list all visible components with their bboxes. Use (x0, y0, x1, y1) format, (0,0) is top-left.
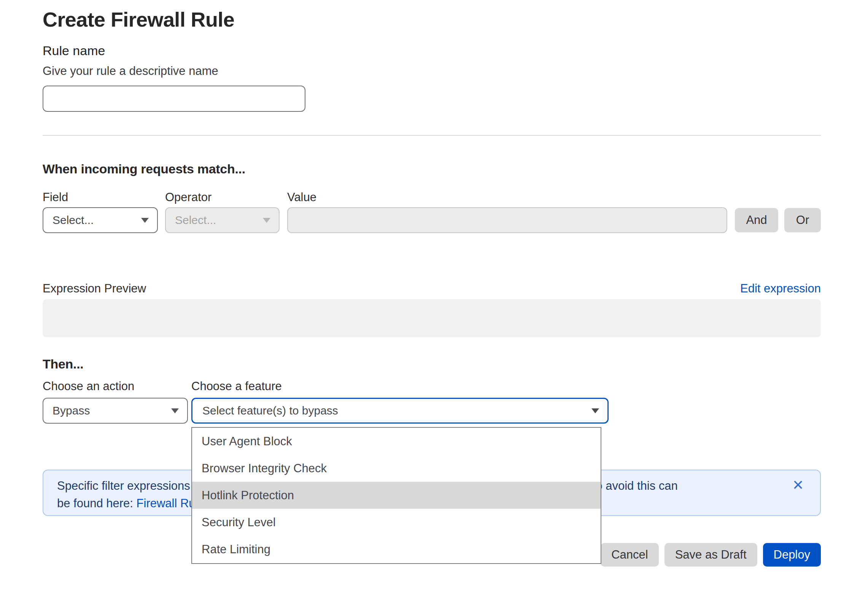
dropdown-option-rate-limiting[interactable]: Rate Limiting (192, 536, 601, 563)
expression-preview-box (43, 299, 821, 337)
chevron-down-icon (263, 218, 270, 223)
dropdown-option-browser-integrity-check[interactable]: Browser Integrity Check (192, 455, 601, 482)
field-select[interactable]: Select... (43, 207, 158, 233)
dropdown-option-security-level[interactable]: Security Level (192, 509, 601, 536)
match-column-labels: Field Operator Value (43, 190, 821, 205)
chevron-down-icon (141, 218, 149, 223)
then-controls-row: Bypass Select feature(s) to bypass User … (43, 398, 821, 424)
expression-preview-row: Expression Preview Edit expression (43, 282, 821, 295)
banner-text-line2-prefix: be found here: (57, 497, 137, 510)
then-heading: Then... (43, 354, 821, 373)
and-button[interactable]: And (735, 208, 778, 232)
edit-expression-link[interactable]: Edit expression (740, 282, 821, 295)
rule-name-description: Give your rule a descriptive name (43, 63, 821, 79)
then-column-labels: Choose an action Choose a feature (43, 379, 821, 394)
feature-select-wrap: Select feature(s) to bypass User Agent B… (191, 398, 609, 424)
section-divider (43, 135, 821, 136)
choose-feature-label: Choose a feature (191, 379, 282, 394)
cancel-button[interactable]: Cancel (601, 543, 659, 567)
chevron-down-icon (591, 408, 599, 413)
operator-select-value: Select... (175, 214, 216, 227)
page-title: Create Firewall Rule (43, 7, 821, 32)
save-as-draft-button[interactable]: Save as Draft (665, 543, 757, 567)
action-select[interactable]: Bypass (43, 398, 188, 424)
action-select-value: Bypass (52, 404, 90, 417)
operator-select: Select... (165, 207, 280, 233)
deploy-button[interactable]: Deploy (763, 543, 821, 567)
dropdown-option-user-agent-block[interactable]: User Agent Block (192, 428, 601, 455)
match-controls-row: Select... Select... And Or (43, 207, 821, 233)
feature-select[interactable]: Select feature(s) to bypass (191, 398, 609, 424)
feature-dropdown: User Agent Block Browser Integrity Check… (191, 427, 601, 564)
or-button[interactable]: Or (784, 208, 821, 232)
dropdown-option-hotlink-protection[interactable]: Hotlink Protection (192, 482, 601, 509)
expression-preview-label: Expression Preview (43, 282, 146, 295)
operator-label: Operator (165, 190, 287, 205)
create-firewall-rule-page: Create Firewall Rule Rule name Give your… (0, 0, 868, 567)
field-select-value: Select... (52, 214, 94, 227)
rule-name-label: Rule name (43, 42, 821, 59)
choose-action-label: Choose an action (43, 379, 191, 394)
value-input (287, 207, 727, 233)
match-heading: When incoming requests match... (43, 159, 821, 178)
feature-select-value: Select feature(s) to bypass (202, 404, 338, 417)
close-icon[interactable]: × (793, 476, 803, 494)
rule-name-input[interactable] (43, 86, 305, 112)
value-label: Value (287, 190, 821, 205)
field-label: Field (43, 190, 165, 205)
chevron-down-icon (171, 408, 179, 413)
